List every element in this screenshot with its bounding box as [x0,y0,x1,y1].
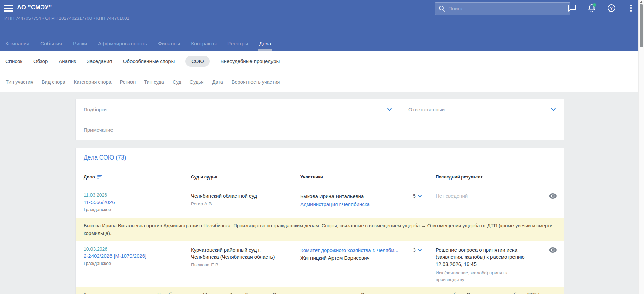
court-name: Челябинский областной суд [191,192,300,200]
company-title: АО "СМЭУ" [17,4,52,11]
chevron-down-icon [551,108,556,111]
svg-text:?: ? [610,6,613,11]
company-requisites: ИНН 7447057754 • ОГРН 1027402317700 • КП… [4,16,129,21]
participant-link[interactable]: Комитет дорожного хозяйства г. Челяби... [300,246,400,254]
cases-table-header: Дело Суд и судья Участники Последний рез… [76,167,564,187]
case-row: 11.03.2026 11-5566/2026 Гражданское Челя… [76,187,564,218]
chevron-down-icon [418,195,422,198]
filter-tip-suda[interactable]: Тип суда [144,79,164,85]
responsible-label: Ответственный [408,107,445,112]
participant-name: Быкова Ирина Витальевна [300,192,400,200]
hamburger-menu-icon[interactable] [4,5,13,12]
case-number-link[interactable]: 2-2402/2026 [М-1079/2026] [84,253,191,259]
case-date: 10.03.2026 [84,246,191,252]
subtab-obosoblennye-spory[interactable]: Обособленные споры [123,56,175,67]
filter-sudya[interactable]: Судья [190,79,204,85]
search-icon [439,5,445,12]
filter-tip-uchastiya[interactable]: Тип участия [6,79,33,85]
filter-veroyatnost-uchastiya[interactable]: Вероятность участия [232,79,280,85]
case-summary-banner: Комитет дорожного хозяйства г. Челябинск… [76,287,564,294]
judge-name: Пылкова Е.В. [191,262,300,267]
last-result: Нет сведений [436,192,532,200]
column-case: Дело [84,174,95,180]
court-name: Курчатовский районный суд г. Челябинска … [191,246,300,260]
column-participants: Участники [300,174,403,180]
participants-count: 3 [413,247,416,253]
chevron-down-icon [418,249,422,252]
collections-dropdown[interactable]: Подборки [76,99,400,120]
cases-count-title: Дела СОЮ (73) [76,148,564,167]
tab-dela[interactable]: Дела [259,37,271,51]
help-button[interactable]: ? [607,3,616,13]
filter-sud[interactable]: Суд [173,79,181,85]
case-type: Гражданское [84,261,191,266]
watch-case-eye-icon[interactable] [549,193,557,199]
participants-expander[interactable]: 5 [403,192,427,214]
tab-kompaniya[interactable]: Компания [5,37,29,51]
more-menu-button[interactable] [626,3,636,13]
case-number-link[interactable]: 11-5566/2026 [84,199,191,205]
judge-name: Регир А.В. [191,201,300,206]
sort-icon[interactable] [97,175,102,179]
scroll-up-arrow[interactable] [640,1,643,3]
kebab-menu-icon [630,4,632,12]
scrollbar[interactable] [638,0,644,294]
tab-finansy[interactable]: Финансы [158,37,180,51]
tab-affilirovannost[interactable]: Аффилированность [98,37,147,51]
notification-badge [593,3,596,7]
filter-vid-spora[interactable]: Вид спора [42,79,65,85]
subtab-analiz[interactable]: Анализ [59,56,76,67]
messages-button[interactable] [567,3,577,13]
dela-subtabs: Список Обзор Анализ Заседания Обособленн… [0,51,644,71]
tab-riski[interactable]: Риски [73,37,87,51]
tab-kontrakty[interactable]: Контракты [191,37,217,51]
participants-count: 5 [413,193,416,199]
filter-kategoriya-spora[interactable]: Категория спора [74,79,111,85]
subtab-obzor[interactable]: Обзор [33,56,48,67]
responsible-dropdown[interactable]: Ответственный [400,99,564,120]
tab-reestry[interactable]: Реестры [227,37,248,51]
main-nav-tabs: Компания События Риски Аффилированность … [0,37,277,51]
last-result-status: Иск (заявление, жалоба) принят к произво… [436,270,532,283]
participants-expander[interactable]: 3 [403,246,427,283]
watch-case-eye-icon[interactable] [549,247,557,253]
filter-data[interactable]: Дата [212,79,223,85]
chevron-down-icon [387,108,392,111]
cases-panel: Дела СОЮ (73) Дело Суд и судья Участники… [75,148,564,294]
participant-link[interactable]: Администрация г.Челябинска [300,200,400,208]
note-field[interactable]: Примечание [76,120,564,140]
case-type: Гражданское [84,207,191,212]
column-court: Суд и судья [191,174,300,180]
subtab-spisok[interactable]: Список [5,56,22,67]
case-date: 11.03.2026 [84,192,191,198]
subtab-zasedaniya[interactable]: Заседания [87,56,112,67]
app-header: АО "СМЭУ" ИНН 7447057754 • ОГРН 10274023… [0,0,644,51]
subtab-soyu[interactable]: СОЮ [185,56,209,67]
content-area: Подборки Ответственный Примечание Дела С… [0,92,638,294]
subtab-vnesudebnye-procedury[interactable]: Внесудебные процедуры [221,56,280,67]
last-result: Решение вопроса о принятии иска (заявлен… [436,246,532,268]
scrollbar-thumb[interactable] [640,4,643,47]
search-input[interactable] [448,6,567,12]
case-row: 10.03.2026 2-2402/2026 [М-1079/2026] Гра… [76,241,564,287]
selection-panel: Подборки Ответственный Примечание [75,99,564,140]
participant-name: Житницкий Артем Борисович [300,254,400,262]
notifications-button[interactable] [587,3,597,13]
filter-region[interactable]: Регион [120,79,136,85]
tab-sobytiya[interactable]: События [40,37,62,51]
search-box[interactable] [435,2,570,15]
help-icon: ? [607,4,616,12]
column-result: Последний результат [427,174,532,180]
note-label: Примечание [84,127,113,133]
collections-label: Подборки [84,107,107,112]
case-summary-banner: Быкова Ирина Витальевна против Администр… [76,218,564,241]
filters-bar: Тип участия Вид спора Категория спора Ре… [0,71,644,92]
chat-icon [568,4,576,12]
